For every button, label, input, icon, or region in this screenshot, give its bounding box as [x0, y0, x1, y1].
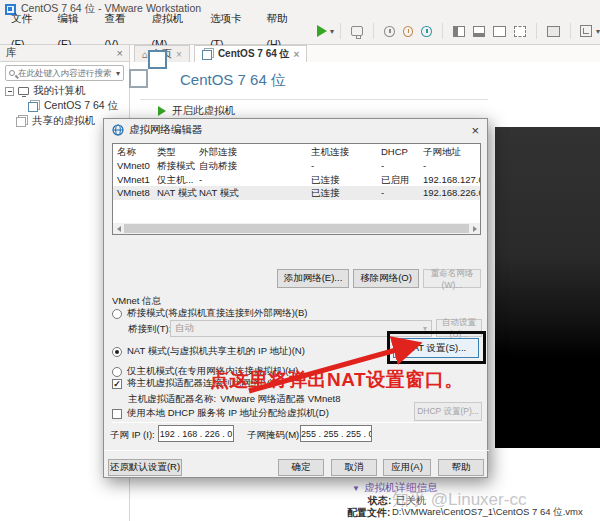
- search-input[interactable]: [18, 68, 113, 78]
- play-icon: [158, 106, 166, 116]
- col-dhcp[interactable]: DHCP: [381, 144, 423, 159]
- vm-details-header[interactable]: ▼ 虚拟机详细信息: [352, 481, 437, 495]
- bridged-mode-radio[interactable]: 桥接模式(将虚拟机直接连接到外部网络)(B): [112, 307, 308, 320]
- config-label: 配置文件:: [347, 506, 390, 520]
- search-box[interactable]: ▾: [5, 65, 124, 81]
- power-dropdown-icon[interactable]: ▾: [330, 27, 334, 36]
- cancel-button[interactable]: 取消: [331, 459, 377, 476]
- toolbar-separator: [570, 23, 571, 39]
- page-title: CentOS 7 64 位: [180, 71, 286, 90]
- send-input-icon[interactable]: [351, 26, 363, 36]
- tab-home-close-icon[interactable]: ×: [176, 49, 182, 60]
- menubar: 文件(F) 编辑(E) 查看(V) 虚拟机(M) 选项卡(T) 帮助(H) ▾ …: [0, 18, 600, 45]
- table-row-vmnet1[interactable]: VMnet1 仅主机... - 已连接 已启用 192.168.127.0: [113, 173, 480, 187]
- checkbox-unchecked-icon[interactable]: [112, 409, 122, 419]
- adapter-name-row: 主机虚拟适配器名称: VMware 网络适配器 VMnet8: [128, 393, 341, 406]
- dialog-titlebar[interactable]: 虚拟网络编辑器 ×: [104, 119, 487, 141]
- subnet-mask-label: 子网掩码(M):: [247, 429, 302, 442]
- library-close-icon[interactable]: ×: [117, 47, 123, 59]
- network-globe-icon: [112, 124, 124, 136]
- unity-mode-icon[interactable]: [514, 26, 526, 37]
- ok-button[interactable]: 确定: [278, 459, 324, 476]
- remove-network-button[interactable]: 移除网络(O): [353, 269, 419, 288]
- adapter-name-value: VMware 网络适配器 VMnet8: [220, 393, 340, 406]
- console-view-icon[interactable]: [547, 26, 559, 37]
- snapshot-manager-icon[interactable]: [421, 26, 431, 37]
- dhcp-label: 使用本地 DHCP 服务将 IP 地址分配给虚拟机(D): [127, 407, 329, 420]
- table-row-vmnet0[interactable]: VMnet0 桥接模式 自动桥接 - - -: [113, 159, 480, 173]
- radio-icon[interactable]: [112, 309, 122, 319]
- shared-vm-icon: [16, 115, 28, 127]
- table-header-row: 名称 类型 外部连接 主机连接 DHCP 子网地址: [113, 144, 480, 159]
- search-icon: [9, 70, 15, 76]
- power-play-icon[interactable]: [317, 25, 327, 37]
- config-value: D:\VMWare\CentOS7_1\CentOS 7 64 位.vmx: [392, 506, 583, 519]
- apply-button[interactable]: 应用(A): [383, 459, 431, 476]
- library-title: 库: [6, 46, 17, 60]
- col-host[interactable]: 主机连接: [311, 144, 381, 159]
- add-network-button[interactable]: 添加网络(E)...: [277, 269, 349, 288]
- snapshot-revert-icon[interactable]: [403, 26, 413, 37]
- dhcp-settings-button: DHCP 设置(P)...: [414, 402, 482, 421]
- horizontal-scrollbar[interactable]: [113, 223, 480, 234]
- footer-divider: [104, 450, 489, 451]
- tab-vm[interactable]: CentOS 7 64 位 ×: [194, 45, 308, 62]
- adapter-name-label: 主机虚拟适配器名称:: [128, 393, 216, 406]
- tree-root-label: 我的计算机: [33, 84, 86, 98]
- collapse-icon[interactable]: [5, 87, 14, 96]
- fit-window-dropdown-icon[interactable]: ▾: [596, 27, 600, 36]
- toolbar-separator: [373, 23, 374, 39]
- tab-vm-label: CentOS 7 64 位: [218, 47, 290, 61]
- library-header: 库 ×: [0, 45, 130, 62]
- power-on-link[interactable]: 开启此虚拟机: [158, 104, 235, 118]
- snapshot-take-icon[interactable]: [384, 26, 394, 37]
- show-thumbnail-bar-icon[interactable]: [473, 26, 485, 37]
- col-subnet[interactable]: 子网地址: [423, 144, 480, 159]
- fullscreen-icon[interactable]: [493, 26, 505, 37]
- scroll-left-icon[interactable]: [113, 223, 124, 234]
- subnet-mask-input[interactable]: [300, 425, 372, 442]
- help-button[interactable]: 帮助: [438, 459, 484, 476]
- dialog-close-icon[interactable]: ×: [471, 123, 479, 138]
- col-external[interactable]: 外部连接: [199, 144, 311, 159]
- toolbar-separator: [340, 23, 341, 39]
- vm-screen-preview[interactable]: [495, 127, 600, 448]
- table-row-vmnet8[interactable]: VMnet8 NAT 模式 NAT 模式 已连接 - 192.168.226.0: [113, 186, 480, 200]
- dhcp-checkbox[interactable]: 使用本地 DHCP 服务将 IP 地址分配给虚拟机(D): [112, 407, 329, 420]
- subnet-ip-input[interactable]: [158, 425, 234, 442]
- virtual-network-editor-dialog: 虚拟网络编辑器 × 名称 类型 外部连接 主机连接 DHCP 子网地址 VMne…: [103, 118, 488, 478]
- content-divider: [140, 99, 488, 100]
- col-name[interactable]: 名称: [113, 144, 157, 159]
- bridged-to-label: 桥接到(T):: [128, 323, 171, 336]
- bridged-to-value: 自动: [175, 322, 194, 335]
- nat-mode-radio[interactable]: NAT 模式(与虚拟机共享主机的 IP 地址)(N): [112, 345, 305, 358]
- tab-bar: ⌂ 主页 × CentOS 7 64 位 ×: [130, 45, 600, 62]
- sidebar-item-centos-vm[interactable]: CentOS 7 64 位: [28, 99, 118, 113]
- subnet-ip-label: 子网 IP (I):: [110, 429, 155, 442]
- computer-icon: [18, 87, 29, 95]
- checkbox-checked-icon[interactable]: ✓: [112, 379, 122, 389]
- tree-vm-label: CentOS 7 64 位: [44, 99, 118, 113]
- dialog-title: 虚拟网络编辑器: [129, 123, 203, 137]
- nat-settings-button[interactable]: NAT 设置(S)...: [393, 338, 479, 358]
- fit-window-icon[interactable]: [580, 25, 591, 37]
- tab-vm-close-icon[interactable]: ×: [294, 49, 300, 60]
- restore-defaults-button[interactable]: 还原默认设置(R): [108, 459, 182, 476]
- toolbar-separator: [536, 23, 537, 39]
- power-on-label: 开启此虚拟机: [172, 104, 235, 118]
- sidebar-item-shared-vms[interactable]: 共享的虚拟机: [16, 114, 95, 128]
- scroll-right-icon[interactable]: [469, 223, 480, 234]
- chevron-down-icon: ▼: [352, 484, 360, 493]
- radio-selected-icon[interactable]: [112, 347, 122, 357]
- vm-icon: [28, 100, 40, 112]
- radio-icon[interactable]: [112, 367, 122, 377]
- tree-shared-label: 共享的虚拟机: [32, 114, 95, 128]
- show-library-icon[interactable]: [453, 26, 465, 37]
- network-table: 名称 类型 外部连接 主机连接 DHCP 子网地址 VMnet0 桥接模式 自动…: [112, 143, 481, 235]
- scrollbar-thumb[interactable]: [124, 224, 469, 233]
- col-type[interactable]: 类型: [157, 144, 199, 159]
- bridged-to-select: 自动 ▾: [170, 320, 432, 337]
- search-dropdown-icon[interactable]: ▾: [116, 69, 120, 78]
- sidebar-item-my-computer[interactable]: 我的计算机: [5, 84, 86, 98]
- auto-settings-button: 自动设置(U)...: [436, 319, 482, 337]
